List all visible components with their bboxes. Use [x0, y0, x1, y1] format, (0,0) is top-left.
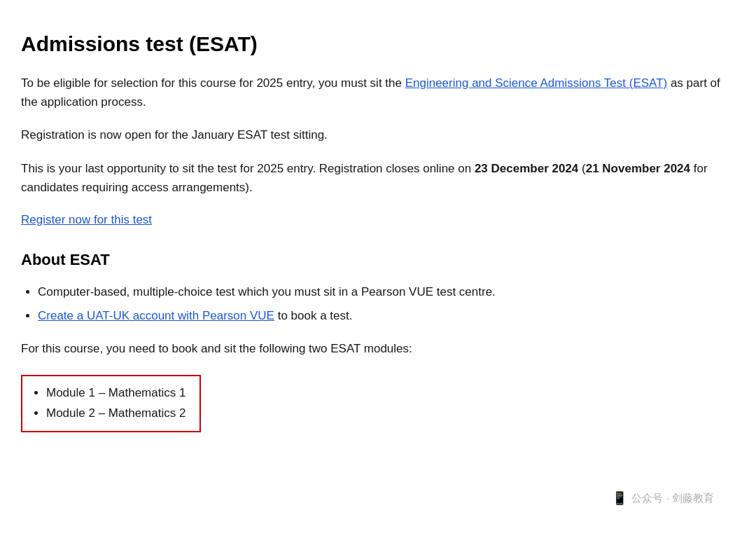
about-bullet-2: Create a UAT-UK account with Pearson VUE… — [38, 306, 721, 325]
module-1-item: Module 1 – Mathematics 1 — [46, 383, 186, 404]
pearson-vue-link[interactable]: Create a UAT-UK account with Pearson VUE — [38, 309, 274, 322]
wechat-icon: 📱 — [612, 489, 627, 508]
about-esat-heading: About ESAT — [21, 248, 721, 271]
page-container: Admissions test (ESAT) To be eligible fo… — [7, 21, 735, 439]
modules-list: Module 1 – Mathematics 1 Module 2 – Math… — [46, 383, 186, 424]
deadline-bold-1: 23 December 2024 — [475, 162, 578, 175]
paragraph-eligibility: To be eligible for selection for this co… — [21, 74, 721, 111]
register-now-link[interactable]: Register now for this test — [21, 211, 152, 229]
paragraph-registration-open: Registration is now open for the January… — [21, 125, 721, 144]
deadline-bold-2: 21 November 2024 — [586, 162, 690, 175]
page-title: Admissions test (ESAT) — [21, 28, 721, 60]
esat-link[interactable]: Engineering and Science Admissions Test … — [405, 76, 668, 90]
module-2-item: Module 2 – Mathematics 2 — [46, 404, 186, 424]
about-bullet-1: Computer-based, multiple-choice test whi… — [38, 282, 721, 301]
modules-box: Module 1 – Mathematics 1 Module 2 – Math… — [21, 375, 201, 432]
p1-text-before-link: To be eligible for selection for this co… — [21, 76, 405, 90]
watermark-text: 公众号 · 剑藤教育 — [631, 490, 714, 507]
about-esat-list: Computer-based, multiple-choice test whi… — [38, 282, 721, 324]
watermark: 📱 公众号 · 剑藤教育 — [612, 489, 714, 508]
paragraph-modules-intro: For this course, you need to book and si… — [21, 339, 721, 358]
paragraph-last-opportunity: This is your last opportunity to sit the… — [21, 159, 721, 197]
